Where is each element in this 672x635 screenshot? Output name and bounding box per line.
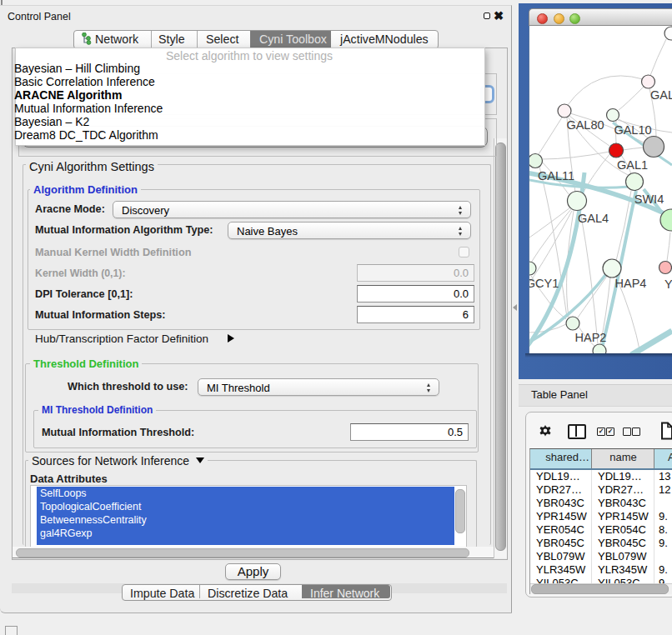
svg-text:HAP2: HAP2: [575, 331, 607, 344]
svg-text:GAL11: GAL11: [538, 169, 574, 182]
svg-text:GCY1: GCY1: [529, 277, 559, 290]
svg-text:GAL1: GAL1: [617, 158, 648, 172]
svg-text:GAL7: GAL7: [650, 88, 672, 102]
svg-text:GAL4: GAL4: [578, 212, 609, 225]
svg-text:GAL10: GAL10: [614, 123, 651, 137]
svg-text:GAL80: GAL80: [566, 118, 604, 132]
svg-text:Y: Y: [664, 278, 672, 291]
svg-text:SWI4: SWI4: [634, 192, 664, 206]
svg-text:HAP4: HAP4: [615, 277, 647, 290]
